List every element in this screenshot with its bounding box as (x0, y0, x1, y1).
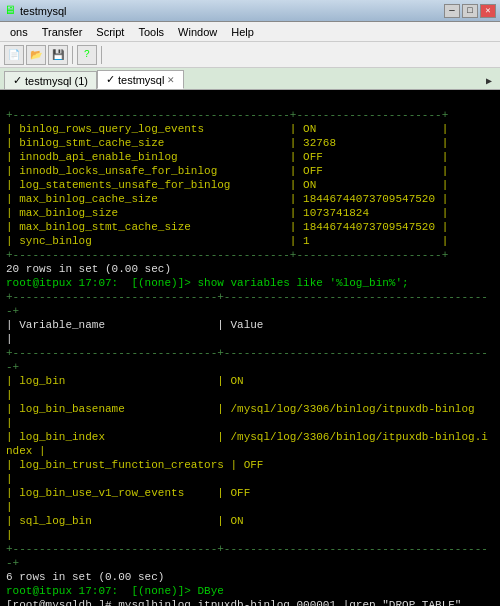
tab-icon-2: ✓ (106, 73, 115, 86)
help-button[interactable]: ? (77, 45, 97, 65)
window-controls: ─ □ ✕ (444, 4, 496, 18)
app-icon: 🖥 (4, 3, 16, 18)
menu-ons[interactable]: ons (4, 24, 34, 40)
title-bar: 🖥 testmysql ─ □ ✕ (0, 0, 500, 22)
tab-bar: ✓ testmysql (1) ✓ testmysql ✕ ▶ (0, 68, 500, 90)
new-button[interactable]: 📄 (4, 45, 24, 65)
maximize-button[interactable]: □ (462, 4, 478, 18)
menu-script[interactable]: Script (90, 24, 130, 40)
title-bar-left: 🖥 testmysql (4, 3, 66, 18)
tab-close-button[interactable]: ✕ (167, 75, 175, 85)
minimize-button[interactable]: ─ (444, 4, 460, 18)
menu-transfer[interactable]: Transfer (36, 24, 89, 40)
menu-help[interactable]: Help (225, 24, 260, 40)
toolbar-sep-2 (101, 46, 102, 64)
tab-testmysql[interactable]: ✓ testmysql ✕ (97, 70, 184, 89)
save-button[interactable]: 💾 (48, 45, 68, 65)
title-text: testmysql (20, 5, 66, 17)
close-button[interactable]: ✕ (480, 4, 496, 18)
menu-bar: ons Transfer Script Tools Window Help (0, 22, 500, 42)
open-button[interactable]: 📂 (26, 45, 46, 65)
tab-icon-1: ✓ (13, 74, 22, 87)
terminal[interactable]: +---------------------------------------… (0, 90, 500, 606)
menu-window[interactable]: Window (172, 24, 223, 40)
tab-testmysql-1[interactable]: ✓ testmysql (1) (4, 71, 97, 89)
menu-tools[interactable]: Tools (132, 24, 170, 40)
tab-scroll-right[interactable]: ▶ (482, 73, 496, 89)
tab-label-1: testmysql (1) (25, 75, 88, 87)
tab-label-2: testmysql (118, 74, 164, 86)
toolbar-sep-1 (72, 46, 73, 64)
toolbar: 📄 📂 💾 ? (0, 42, 500, 68)
